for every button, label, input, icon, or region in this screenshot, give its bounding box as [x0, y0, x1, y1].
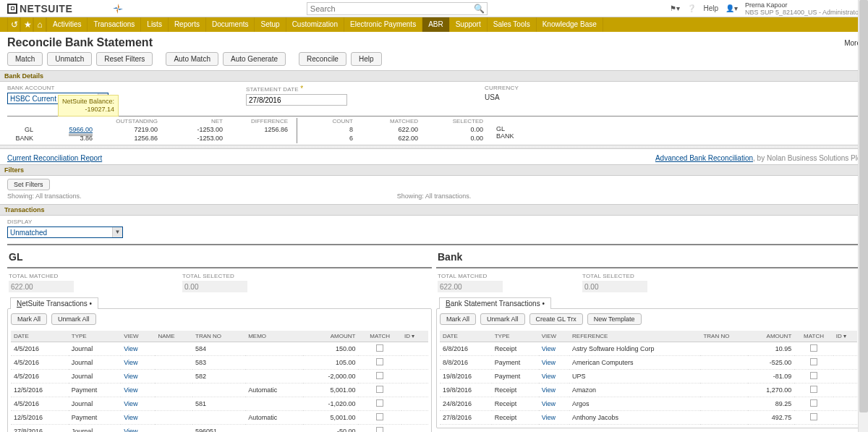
help-label[interactable]: Help	[703, 4, 718, 12]
col-view[interactable]: VIEW	[121, 331, 155, 342]
match-checkbox[interactable]	[810, 386, 817, 393]
col-date[interactable]: DATE	[440, 331, 492, 342]
search-input[interactable]	[307, 2, 488, 15]
current-recon-report-link[interactable]: Current Reconciliation Report	[7, 154, 102, 162]
match-checkbox[interactable]	[810, 372, 817, 379]
col-amount[interactable]: AMOUNT	[303, 331, 358, 342]
view-link[interactable]: View	[124, 359, 137, 366]
search-icon[interactable]: 🔍	[474, 4, 485, 14]
match-checkbox[interactable]	[376, 372, 383, 379]
tab-netsuite-transactions[interactable]: NetSuite Transactions •	[10, 297, 98, 309]
view-link[interactable]: View	[542, 373, 556, 380]
col-tran-no[interactable]: TRAN NO	[192, 331, 245, 342]
bank-unmark-all-button[interactable]: Unmark All	[480, 313, 525, 325]
gl-mark-all-button[interactable]: Mark All	[11, 313, 47, 325]
table-row[interactable]: 4/5/2016JournalView581-1,020.00	[11, 397, 428, 411]
match-checkbox[interactable]	[376, 427, 383, 432]
nav-item-knowledge-base[interactable]: Knowledge Base	[537, 17, 603, 32]
col-reference[interactable]: REFERENCE	[569, 331, 700, 342]
table-row[interactable]: 4/5/2016JournalView582-2,000.00	[11, 370, 428, 384]
view-link[interactable]: View	[542, 359, 556, 366]
match-checkbox[interactable]	[376, 399, 383, 407]
col-id-[interactable]: ID ▾	[833, 331, 857, 342]
match-checkbox[interactable]	[376, 413, 383, 420]
nav-item-transactions[interactable]: Transactions	[88, 17, 141, 32]
nav-item-abr[interactable]: ABR	[422, 17, 450, 32]
match-checkbox[interactable]	[810, 413, 817, 420]
col-match[interactable]: MATCH	[794, 331, 833, 342]
scrollbar[interactable]	[858, 0, 868, 432]
table-row[interactable]: 4/5/2016JournalView584150.00	[11, 342, 428, 356]
col-tran-no[interactable]: TRAN NO	[700, 331, 748, 342]
table-row[interactable]: 8/8/2016PaymentViewAmerican Computers-52…	[440, 356, 857, 370]
col-view[interactable]: VIEW	[539, 331, 569, 342]
match-checkbox[interactable]	[810, 344, 817, 352]
col-amount[interactable]: AMOUNT	[748, 331, 794, 342]
nav-item-reports[interactable]: Reports	[169, 17, 206, 32]
tab-bank-statement-transactions[interactable]: Bank Statement Transactions •	[439, 297, 551, 309]
table-row[interactable]: 12/5/2016PaymentViewAutomatic5,001.00	[11, 411, 428, 425]
table-row[interactable]: 4/5/2016JournalView583105.00	[11, 356, 428, 370]
match-button[interactable]: Match	[7, 52, 43, 66]
statement-date-input[interactable]	[246, 94, 347, 106]
match-checkbox[interactable]	[376, 386, 383, 393]
table-row[interactable]: 19/8/2016PaymentViewUPS-81.09	[440, 370, 857, 384]
col-date[interactable]: DATE	[11, 331, 69, 342]
unmatch-button[interactable]: Unmatch	[47, 52, 92, 66]
bank-new-template-button[interactable]: New Template	[587, 313, 642, 325]
table-row[interactable]: 12/5/2016PaymentViewAutomatic5,001.00	[11, 384, 428, 397]
gl-unmark-all-button[interactable]: Unmark All	[51, 313, 96, 325]
pinwheel-icon[interactable]	[112, 3, 124, 14]
col-type[interactable]: TYPE	[492, 331, 539, 342]
feedback-icon[interactable]: ⚑▾	[670, 4, 680, 12]
reset-filters-button[interactable]: Reset Filters	[96, 52, 153, 66]
user-icon[interactable]: 👤▾	[726, 4, 738, 12]
table-row[interactable]: 27/8/2016JournalView596051-50.00	[11, 425, 428, 433]
nav-item-documents[interactable]: Documents	[206, 17, 255, 32]
view-link[interactable]: View	[124, 428, 137, 432]
nav-item-support[interactable]: Support	[450, 17, 488, 32]
star-icon[interactable]: ★	[20, 17, 33, 32]
help-button[interactable]: Help	[351, 52, 382, 66]
match-checkbox[interactable]	[376, 358, 383, 365]
auto-generate-button[interactable]: Auto Generate	[223, 52, 286, 66]
bank-create-gl-trx-button[interactable]: Create GL Trx	[529, 313, 583, 325]
history-icon[interactable]: ↺	[7, 17, 20, 32]
match-checkbox[interactable]	[810, 358, 817, 365]
nav-item-sales-tools[interactable]: Sales Tools	[488, 17, 537, 32]
match-checkbox[interactable]	[810, 399, 817, 407]
table-row[interactable]: 24/8/2016ReceiptViewArgos89.25	[440, 397, 857, 411]
view-link[interactable]: View	[124, 400, 137, 407]
table-row[interactable]: 6/8/2016ReceiptViewAstry Software Holdin…	[440, 342, 857, 356]
nav-item-setup[interactable]: Setup	[255, 17, 286, 32]
view-link[interactable]: View	[542, 386, 556, 394]
view-link[interactable]: View	[124, 386, 137, 394]
nav-item-activities[interactable]: Activities	[46, 17, 88, 32]
abr-product-link[interactable]: Advanced Bank Reconciliation	[655, 154, 753, 162]
help-icon[interactable]: ❔	[687, 4, 696, 12]
auto-match-button[interactable]: Auto Match	[166, 52, 218, 66]
reconcile-button[interactable]: Reconcile	[299, 52, 346, 66]
view-link[interactable]: View	[542, 400, 556, 407]
nav-item-electronic-payments[interactable]: Electronic Payments	[344, 17, 422, 32]
chevron-down-icon[interactable]: ▼	[112, 227, 122, 237]
view-link[interactable]: View	[124, 345, 137, 352]
view-link[interactable]: View	[542, 345, 556, 352]
nav-item-lists[interactable]: Lists	[141, 17, 169, 32]
col-name[interactable]: NAME	[155, 331, 192, 342]
col-id-[interactable]: ID ▾	[401, 331, 428, 342]
table-row[interactable]: 27/8/2016ReceiptViewAnthony Jacobs492.75	[440, 411, 857, 425]
view-link[interactable]: View	[124, 373, 137, 380]
display-dropdown[interactable]: Unmatched ▼	[7, 226, 123, 238]
set-filters-button[interactable]: Set Filters	[7, 179, 50, 190]
col-type[interactable]: TYPE	[69, 331, 121, 342]
table-row[interactable]: 19/8/2016ReceiptViewAmazon1,270.00	[440, 384, 857, 397]
col-match[interactable]: MATCH	[358, 331, 401, 342]
home-icon[interactable]: ⌂	[33, 17, 46, 32]
match-checkbox[interactable]	[376, 344, 383, 352]
view-link[interactable]: View	[542, 414, 556, 421]
bank-mark-all-button[interactable]: Mark All	[440, 313, 476, 325]
nav-item-customization[interactable]: Customization	[286, 17, 344, 32]
view-link[interactable]: View	[124, 414, 137, 421]
col-memo[interactable]: MEMO	[245, 331, 303, 342]
